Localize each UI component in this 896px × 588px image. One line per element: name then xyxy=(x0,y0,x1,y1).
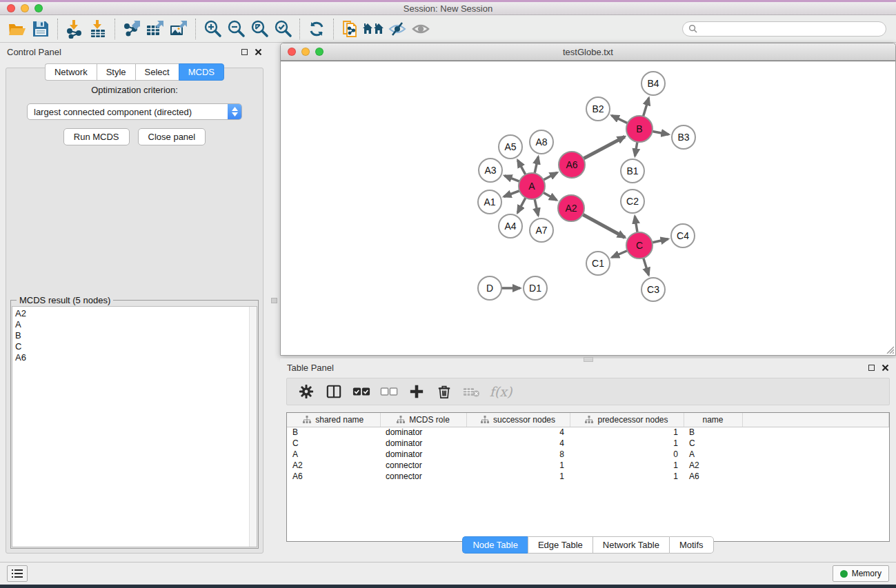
run-mcds-button[interactable]: Run MCDS xyxy=(63,128,130,145)
export-table-button[interactable] xyxy=(143,17,167,41)
panel-divider-vertical[interactable] xyxy=(269,43,280,562)
show-columns-button[interactable] xyxy=(321,381,346,403)
zoom-fit-button[interactable] xyxy=(248,17,271,41)
refresh-button[interactable] xyxy=(305,17,328,41)
zoom-out-button[interactable] xyxy=(224,17,248,41)
result-item[interactable]: A2 xyxy=(15,308,254,319)
export-image-button[interactable] xyxy=(167,17,190,41)
import-table-button[interactable] xyxy=(86,17,110,41)
mcds-result-list[interactable]: A2ABCA6 xyxy=(12,306,257,547)
cell-mcds_role[interactable]: dominator xyxy=(380,438,466,449)
node-A4[interactable]: A4 xyxy=(498,214,523,239)
cell-shared_name[interactable]: C xyxy=(287,438,380,449)
cell-shared_name[interactable]: A6 xyxy=(287,471,380,482)
cell-predecessor_nodes[interactable]: 1 xyxy=(570,427,684,438)
cell-successor_nodes[interactable]: 1 xyxy=(466,471,570,482)
import-network-button[interactable] xyxy=(63,17,86,41)
zoom-in-button[interactable] xyxy=(201,17,224,41)
node-B2[interactable]: B2 xyxy=(586,97,610,121)
table-settings-button[interactable] xyxy=(294,381,319,403)
open-button[interactable] xyxy=(6,17,29,41)
node-D1[interactable]: D1 xyxy=(523,276,548,301)
delete-columns-button[interactable] xyxy=(432,381,457,403)
node-C4[interactable]: C4 xyxy=(670,223,695,248)
save-button[interactable] xyxy=(29,17,52,41)
float-table-panel-icon[interactable] xyxy=(868,365,875,371)
cell-successor_nodes[interactable]: 4 xyxy=(466,438,570,449)
node-C3[interactable]: C3 xyxy=(641,277,666,302)
cell-name[interactable]: A2 xyxy=(684,460,742,471)
tab-motifs[interactable]: Motifs xyxy=(669,536,714,554)
column-header-shared_name[interactable]: shared name xyxy=(287,413,380,427)
table-row[interactable]: A2connector11A2 xyxy=(287,460,889,471)
column-header-predecessor_nodes[interactable]: predecessor nodes xyxy=(570,413,684,427)
node-A3[interactable]: A3 xyxy=(478,158,503,183)
float-panel-icon[interactable] xyxy=(241,49,248,55)
show-tasks-button[interactable] xyxy=(7,565,28,582)
node-table[interactable]: shared nameMCDS rolesuccessor nodesprede… xyxy=(286,412,890,542)
table-row[interactable]: Adominator80A xyxy=(287,449,889,460)
node-B3[interactable]: B3 xyxy=(671,125,696,150)
network-canvas[interactable]: B4B2BB3A8A5A6A3B1AC2A1A2A4A7C4CC1DD1C3 xyxy=(281,61,895,355)
cell-shared_name[interactable]: A2 xyxy=(287,460,380,471)
column-header-successor_nodes[interactable]: successor nodes xyxy=(466,413,570,427)
close-panel-button[interactable]: Close panel xyxy=(138,128,206,145)
close-panel-icon[interactable] xyxy=(255,48,262,56)
table-row[interactable]: A6connector11A6 xyxy=(287,471,889,482)
node-C2[interactable]: C2 xyxy=(620,189,645,214)
node-A7[interactable]: A7 xyxy=(529,218,554,243)
cell-successor_nodes[interactable]: 1 xyxy=(466,460,570,471)
result-item[interactable]: A xyxy=(15,319,254,330)
cell-shared_name[interactable]: A xyxy=(287,449,380,460)
cell-mcds_role[interactable]: connector xyxy=(380,471,466,482)
duplicate-network-button[interactable] xyxy=(339,17,362,41)
function-builder-button[interactable]: f(x) xyxy=(487,381,512,403)
cell-predecessor_nodes[interactable]: 1 xyxy=(570,438,684,449)
tab-node-table[interactable]: Node Table xyxy=(462,536,528,554)
table-row[interactable]: Bdominator41B xyxy=(287,427,889,438)
cell-mcds_role[interactable]: dominator xyxy=(380,449,466,460)
cell-predecessor_nodes[interactable]: 0 xyxy=(570,449,684,460)
node-C[interactable]: C xyxy=(626,232,653,259)
search-input[interactable] xyxy=(701,24,880,34)
node-B[interactable]: B xyxy=(626,115,653,143)
create-column-button[interactable] xyxy=(404,381,429,403)
tab-style[interactable]: Style xyxy=(97,63,135,81)
node-A[interactable]: A xyxy=(518,172,546,200)
cell-successor_nodes[interactable]: 8 xyxy=(466,449,570,460)
result-item[interactable]: B xyxy=(15,330,254,341)
node-A8[interactable]: A8 xyxy=(529,130,554,154)
tab-network[interactable]: Network xyxy=(45,63,97,81)
table-row[interactable]: Cdominator41C xyxy=(287,438,889,449)
delete-table-button[interactable] xyxy=(459,381,484,403)
result-scrollbar[interactable] xyxy=(249,307,257,547)
cell-predecessor_nodes[interactable]: 1 xyxy=(570,471,684,482)
show-view-button[interactable] xyxy=(409,17,432,41)
cell-name[interactable]: B xyxy=(684,427,742,438)
column-header-mcds_role[interactable]: MCDS role xyxy=(380,413,466,427)
zoom-selected-button[interactable] xyxy=(271,17,295,41)
network-window-titlebar[interactable]: testGlobe.txt xyxy=(281,43,895,61)
tab-edge-table[interactable]: Edge Table xyxy=(528,536,593,554)
node-C1[interactable]: C1 xyxy=(586,251,610,276)
node-B1[interactable]: B1 xyxy=(620,159,645,183)
node-A2[interactable]: A2 xyxy=(557,194,585,222)
cell-mcds_role[interactable]: dominator xyxy=(380,427,466,438)
node-D[interactable]: D xyxy=(477,276,502,301)
cell-shared_name[interactable]: B xyxy=(287,427,380,438)
node-A6[interactable]: A6 xyxy=(558,151,586,179)
cell-predecessor_nodes[interactable]: 1 xyxy=(570,460,684,471)
node-B4[interactable]: B4 xyxy=(641,71,666,96)
result-item[interactable]: A6 xyxy=(15,352,254,363)
column-header-name[interactable]: name xyxy=(684,413,742,427)
node-A5[interactable]: A5 xyxy=(498,134,523,159)
optimization-dropdown[interactable]: largest connected component (directed) xyxy=(27,103,242,120)
memory-button[interactable]: Memory xyxy=(833,565,889,582)
node-A1[interactable]: A1 xyxy=(477,190,502,214)
select-all-button[interactable] xyxy=(349,381,374,403)
export-network-button[interactable] xyxy=(120,17,143,41)
divider-handle[interactable] xyxy=(271,298,277,303)
houses-button[interactable] xyxy=(362,17,386,41)
close-table-panel-icon[interactable] xyxy=(882,364,889,372)
deselect-all-button[interactable] xyxy=(377,381,401,403)
